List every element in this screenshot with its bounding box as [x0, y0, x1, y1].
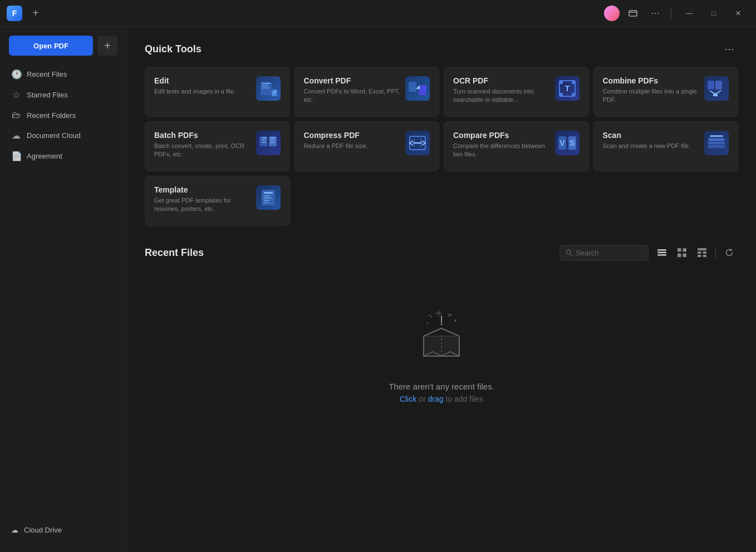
- tool-template-desc: Get great PDF templates for resumes, pos…: [154, 196, 252, 214]
- titlebar: F + ⋯ — □ ✕: [0, 0, 756, 27]
- compare-tool-icon: V S: [555, 131, 580, 155]
- tool-combine-title: Combine PDFs: [603, 76, 700, 85]
- svg-rect-68: [698, 255, 701, 257]
- tool-scan[interactable]: Scan Scan and create a new PDF file.: [593, 121, 739, 171]
- ocr-tool-icon: T: [555, 76, 580, 101]
- svg-rect-67: [703, 252, 707, 254]
- svg-rect-0: [629, 11, 637, 16]
- sidebar-item-label: Document Cloud: [27, 131, 81, 140]
- svg-rect-54: [264, 200, 269, 201]
- new-tab-button[interactable]: +: [97, 36, 117, 56]
- drag-link[interactable]: drag: [428, 395, 443, 403]
- svg-rect-55: [264, 202, 268, 203]
- edit-tool-icon: [256, 76, 281, 101]
- refresh-button[interactable]: [720, 244, 738, 262]
- grid-view-icon: [678, 248, 686, 257]
- search-input[interactable]: [576, 249, 642, 257]
- recent-files-controls: [559, 244, 738, 262]
- window-controls: — □ ✕: [678, 4, 749, 22]
- sidebar-item-label: Cloud Drive: [24, 526, 62, 534]
- tool-batch-title: Batch PDFs: [154, 131, 252, 140]
- sidebar-item-agreement[interactable]: 📄 Agreement: [4, 146, 122, 166]
- folder-icon: 🗁: [11, 110, 21, 120]
- main-layout: Open PDF + 🕐 Recent Files ☆ Starred File…: [0, 27, 756, 552]
- tool-convert-pdf[interactable]: Convert PDF Convert PDFs to Word, Excel,…: [294, 67, 440, 117]
- svg-rect-23: [713, 94, 718, 96]
- svg-rect-48: [710, 135, 723, 137]
- empty-text-sub: Click or drag to add files: [400, 395, 483, 403]
- template-tool-icon: [256, 185, 281, 210]
- empty-text-main: There aren't any recent files.: [389, 382, 494, 391]
- tool-compress-pdf[interactable]: Compress PDF Reduce a PDF file size.: [294, 121, 440, 171]
- app-logo: F: [7, 6, 22, 21]
- cloud-drive-icon: ☁: [11, 526, 18, 534]
- svg-rect-65: [698, 248, 706, 250]
- avatar: [604, 6, 620, 21]
- star-icon: ☆: [11, 90, 21, 100]
- tool-scan-desc: Scan and create a new PDF file.: [603, 142, 700, 150]
- svg-rect-63: [678, 254, 681, 258]
- svg-rect-60: [657, 254, 666, 256]
- sidebar-item-recent-files[interactable]: 🕐 Recent Files: [4, 65, 122, 84]
- empty-state: There aren't any recent files. Click or …: [145, 270, 738, 437]
- quick-tools-more-button[interactable]: ⋯: [720, 40, 738, 58]
- agreement-icon: 📄: [11, 151, 21, 161]
- svg-rect-59: [657, 252, 666, 254]
- add-tab-button[interactable]: +: [29, 7, 42, 20]
- grid-view-button[interactable]: [673, 244, 691, 262]
- tool-ocr-pdf[interactable]: OCR PDF Turn scanned documents into sear…: [444, 67, 589, 117]
- sidebar-item-label: Recent Folders: [27, 111, 76, 120]
- svg-rect-16: [572, 81, 575, 84]
- tool-combine-pdfs[interactable]: Combine PDFs Combine multiple files into…: [593, 67, 739, 117]
- sidebar-item-document-cloud[interactable]: ☁ Document Cloud: [4, 126, 122, 145]
- content-area: Quick Tools ⋯ Edit Edit texts and images…: [127, 27, 756, 552]
- titlebar-divider: [671, 8, 671, 19]
- search-bar: [559, 245, 649, 261]
- tool-template[interactable]: Template Get great PDF templates for res…: [145, 176, 290, 226]
- svg-rect-52: [264, 195, 271, 196]
- sidebar-item-recent-folders[interactable]: 🗁 Recent Folders: [4, 106, 122, 125]
- svg-rect-4: [262, 83, 271, 84]
- maximize-button[interactable]: □: [703, 4, 725, 22]
- svg-rect-51: [264, 192, 273, 194]
- titlebar-right: ⋯ — □ ✕: [604, 4, 749, 22]
- sidebar-item-starred-files[interactable]: ☆ Starred Files: [4, 85, 122, 105]
- close-button[interactable]: ✕: [727, 4, 749, 22]
- empty-or-text: or: [416, 395, 428, 403]
- tools-grid: Edit Edit texts and images in a file.: [145, 67, 738, 226]
- titlebar-left: F +: [7, 6, 42, 21]
- svg-point-75: [454, 319, 456, 322]
- tool-compare-pdfs[interactable]: Compare PDFs Compare the differences bet…: [444, 121, 589, 171]
- svg-rect-6: [262, 87, 269, 88]
- sidebar-nav: 🕐 Recent Files ☆ Starred Files 🗁 Recent …: [0, 65, 126, 521]
- list-view-button[interactable]: [653, 244, 671, 262]
- sidebar-item-cloud-drive[interactable]: ☁ Cloud Drive: [4, 521, 122, 539]
- tool-edit[interactable]: Edit Edit texts and images in a file.: [145, 67, 290, 117]
- open-pdf-button[interactable]: Open PDF: [9, 36, 93, 56]
- svg-rect-45: [709, 139, 724, 141]
- svg-rect-27: [262, 140, 266, 141]
- click-link[interactable]: Click: [400, 395, 416, 403]
- quick-tools-title: Quick Tools: [145, 43, 202, 55]
- quick-tools-header: Quick Tools ⋯: [145, 40, 738, 58]
- svg-rect-58: [657, 249, 666, 251]
- notifications-button[interactable]: [624, 4, 642, 22]
- tool-batch-pdfs[interactable]: Batch PDFs Batch convert, create, print,…: [145, 121, 290, 171]
- table-view-button[interactable]: [693, 244, 711, 262]
- recent-files-title: Recent Files: [145, 247, 204, 259]
- svg-rect-47: [709, 145, 724, 147]
- minimize-button[interactable]: —: [678, 4, 700, 22]
- sidebar: Open PDF + 🕐 Recent Files ☆ Starred File…: [0, 27, 127, 552]
- compress-tool-icon: [405, 131, 430, 155]
- svg-point-78: [441, 324, 443, 326]
- svg-rect-10: [409, 82, 416, 92]
- batch-tool-icon: [256, 131, 281, 155]
- sidebar-top: Open PDF +: [0, 36, 126, 65]
- tool-compare-desc: Compare the differences between two file…: [453, 142, 551, 159]
- svg-rect-11: [419, 85, 426, 95]
- refresh-icon: [725, 248, 734, 257]
- empty-add-text: to add files: [444, 395, 484, 403]
- table-view-icon: [698, 248, 706, 257]
- combine-tool-icon: [704, 76, 729, 101]
- more-options-button[interactable]: ⋯: [646, 4, 664, 22]
